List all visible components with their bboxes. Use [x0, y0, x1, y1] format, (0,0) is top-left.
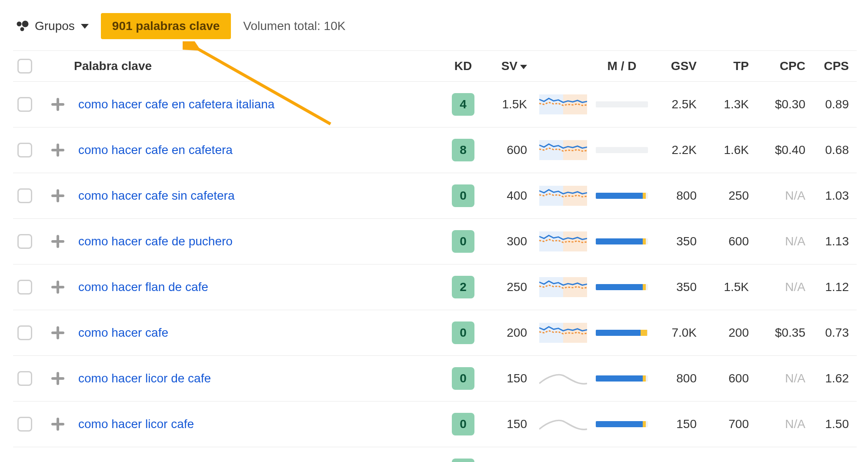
- row-checkbox[interactable]: [17, 280, 32, 295]
- trend-sparkline: [539, 231, 587, 251]
- cpc-value: $0.35: [757, 315, 813, 351]
- trend-sparkline: [539, 186, 587, 206]
- keyword-link[interactable]: como hacer cafe de puchero: [78, 234, 233, 248]
- tp-value: 100: [704, 452, 757, 462]
- sv-value: 150: [483, 406, 535, 442]
- trend-sparkline: [539, 323, 587, 343]
- tp-value: 250: [704, 177, 757, 214]
- kd-badge: 8: [452, 139, 474, 161]
- mobile-desktop-bar: [596, 147, 648, 153]
- row-checkbox[interactable]: [17, 371, 32, 386]
- gsv-value: 200: [652, 452, 704, 462]
- row-checkbox[interactable]: [17, 143, 32, 157]
- add-to-list-button[interactable]: [48, 231, 68, 251]
- tp-value: 600: [704, 223, 757, 260]
- trend-sparkline: [539, 94, 587, 114]
- cpc-value: N/A: [757, 269, 813, 305]
- sv-value: 150: [483, 452, 535, 462]
- mobile-desktop-bar: [596, 284, 648, 290]
- keyword-count-chip[interactable]: 901 palabras clave: [101, 13, 231, 39]
- gsv-value: 2.2K: [652, 132, 704, 168]
- trend-sparkline: [539, 460, 587, 462]
- col-md-header[interactable]: M / D: [591, 51, 652, 81]
- gsv-value: 2.5K: [652, 86, 704, 123]
- svg-point-0: [17, 22, 22, 27]
- svg-point-1: [22, 21, 29, 27]
- cpc-value: N/A: [757, 223, 813, 260]
- add-to-list-button[interactable]: [48, 277, 68, 297]
- kd-badge: 2: [452, 276, 474, 298]
- gsv-value: 800: [652, 360, 704, 397]
- svg-point-2: [20, 27, 24, 31]
- kd-badge: 4: [452, 93, 474, 116]
- mobile-desktop-bar: [596, 238, 648, 244]
- col-cps-header[interactable]: CPS: [813, 51, 857, 81]
- trend-sparkline: [539, 277, 587, 297]
- mobile-desktop-bar: [596, 193, 648, 199]
- kd-badge: 0: [452, 230, 474, 253]
- kd-badge: 0: [452, 413, 474, 435]
- keyword-link[interactable]: como hacer licor cafe: [78, 417, 194, 431]
- row-checkbox[interactable]: [17, 234, 32, 249]
- add-to-list-button[interactable]: [48, 414, 68, 434]
- keyword-link[interactable]: como hacer cafe en cafetera italiana: [78, 97, 274, 111]
- sv-value: 200: [483, 315, 535, 351]
- trend-sparkline: [539, 368, 587, 388]
- keyword-link[interactable]: como hacer cafe sin cafetera: [78, 189, 235, 202]
- sv-value: 300: [483, 223, 535, 260]
- cps-value: 0.73: [813, 315, 857, 351]
- groups-label: Grupos: [35, 19, 75, 33]
- tp-value: 200: [704, 315, 757, 351]
- keyword-link[interactable]: como hacer cafe: [78, 326, 168, 339]
- keyword-table: Palabra clave KD SV M / D GSV TP CPC CPS…: [13, 50, 855, 462]
- col-cpc-header[interactable]: CPC: [757, 51, 813, 81]
- row-checkbox[interactable]: [17, 417, 32, 432]
- tp-value: 1.5K: [704, 269, 757, 305]
- kd-badge: 0: [452, 367, 474, 390]
- gsv-value: 350: [652, 223, 704, 260]
- sv-value: 600: [483, 132, 535, 168]
- cpc-value: $0.30: [757, 86, 813, 123]
- row-checkbox[interactable]: [17, 188, 32, 203]
- keyword-link[interactable]: como hacer cafe en cafetera: [78, 143, 233, 157]
- gsv-value: 350: [652, 269, 704, 305]
- add-to-list-button[interactable]: [48, 368, 68, 388]
- total-volume-label: Volumen total: 10K: [243, 19, 345, 33]
- add-to-list-button[interactable]: [48, 323, 68, 343]
- sort-desc-icon: [520, 65, 527, 69]
- col-kd-header[interactable]: KD: [444, 51, 483, 81]
- keyword-link[interactable]: como hacer licor de cafe: [78, 372, 211, 385]
- gsv-value: 150: [652, 406, 704, 442]
- add-to-list-button[interactable]: [48, 140, 68, 160]
- keyword-link[interactable]: como hacer flan de cafe: [78, 280, 208, 294]
- row-checkbox[interactable]: [17, 97, 32, 112]
- select-all-checkbox[interactable]: [17, 59, 32, 74]
- tp-value: 600: [704, 360, 757, 397]
- cpc-value: $0.25: [757, 452, 813, 462]
- cps-value: 0.68: [813, 132, 857, 168]
- add-to-list-button[interactable]: [48, 94, 68, 114]
- add-to-list-button[interactable]: [48, 460, 68, 462]
- mobile-desktop-bar: [596, 421, 648, 427]
- sv-value: 1.5K: [483, 86, 535, 123]
- gsv-value: 800: [652, 177, 704, 214]
- col-sv-header[interactable]: SV: [483, 51, 535, 81]
- cps-value: 1.12: [813, 269, 857, 305]
- kd-badge: 0: [452, 321, 474, 344]
- tp-value: 1.3K: [704, 86, 757, 123]
- cpc-value: N/A: [757, 406, 813, 442]
- row-checkbox[interactable]: [17, 325, 32, 340]
- mobile-desktop-bar: [596, 375, 648, 382]
- col-sv-label: SV: [501, 59, 517, 73]
- tp-value: 700: [704, 406, 757, 442]
- kd-badge: 0: [452, 459, 474, 462]
- groups-dropdown[interactable]: Grupos: [16, 19, 89, 33]
- cps-value: 1.62: [813, 360, 857, 397]
- add-to-list-button[interactable]: [48, 186, 68, 206]
- col-gsv-header[interactable]: GSV: [652, 51, 704, 81]
- col-keyword-header[interactable]: Palabra clave: [74, 51, 444, 81]
- cps-value: 1.13: [813, 223, 857, 260]
- cps-value: 1.50: [813, 406, 857, 442]
- cps-value: 0.63: [813, 452, 857, 462]
- col-tp-header[interactable]: TP: [704, 51, 757, 81]
